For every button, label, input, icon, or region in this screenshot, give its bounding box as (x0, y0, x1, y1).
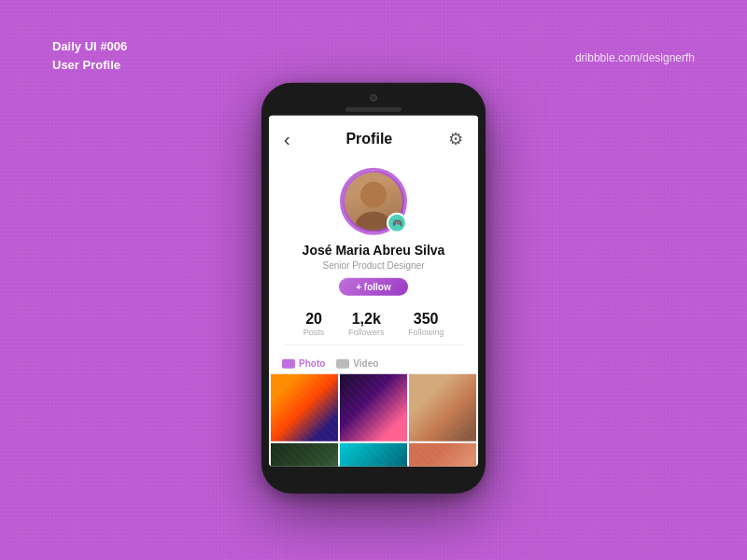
game-icon: 🎮 (392, 218, 402, 228)
stat-following: 350 Following (408, 311, 444, 337)
photo-item[interactable] (271, 374, 338, 441)
phone-outer: ‹ Profile ⚙ 🎮 José Maria Abreu Silva Sen… (261, 83, 486, 494)
media-tabs: Photo Video (269, 353, 478, 374)
stats-row: 20 Posts 1,2k Followers 350 Following (284, 305, 463, 345)
avatar-badge: 🎮 (387, 213, 407, 233)
follow-button[interactable]: follow (339, 278, 408, 296)
photo-tab-label: Photo (299, 358, 325, 369)
profile-section: 🎮 José Maria Abreu Silva Senior Product … (269, 159, 478, 353)
phone-camera (370, 94, 377, 102)
phone-speaker (345, 107, 402, 112)
video-tab-label: Video (353, 358, 378, 369)
watermark-top-left: Daily UI #006 User Profile (52, 37, 127, 74)
back-button[interactable]: ‹ (284, 130, 290, 148)
tab-photo[interactable]: Photo (282, 358, 325, 369)
followers-label: Followers (348, 328, 385, 337)
photo-item[interactable] (409, 374, 476, 441)
followers-value: 1,2k (352, 311, 381, 328)
header-title: Profile (345, 131, 392, 147)
following-label: Following (408, 328, 444, 337)
photo-grid (269, 374, 478, 467)
page-title: User Profile (52, 56, 127, 75)
phone-mockup: ‹ Profile ⚙ 🎮 José Maria Abreu Silva Sen… (261, 83, 486, 494)
video-tab-icon (336, 358, 349, 368)
photo-item[interactable] (409, 443, 476, 467)
stat-followers: 1,2k Followers (348, 311, 385, 337)
avatar-wrapper: 🎮 (340, 168, 407, 235)
photo-tab-icon (282, 358, 295, 368)
photo-item[interactable] (340, 374, 407, 441)
posts-value: 20 (305, 311, 322, 328)
user-name: José Maria Abreu Silva (303, 243, 445, 258)
daily-ui-label: Daily UI #006 (52, 37, 127, 56)
phone-screen: ‹ Profile ⚙ 🎮 José Maria Abreu Silva Sen… (269, 116, 478, 467)
settings-icon[interactable]: ⚙ (448, 129, 463, 149)
posts-label: Posts (303, 328, 325, 337)
user-role: Senior Product Designer (323, 260, 425, 271)
tab-video[interactable]: Video (336, 358, 378, 369)
dribbble-link: dribbble.com/designerfh (575, 51, 695, 64)
stat-posts: 20 Posts (303, 311, 325, 337)
photo-item[interactable] (271, 443, 338, 467)
app-header: ‹ Profile ⚙ (269, 116, 478, 159)
following-value: 350 (414, 311, 439, 328)
photo-item[interactable] (340, 443, 407, 467)
